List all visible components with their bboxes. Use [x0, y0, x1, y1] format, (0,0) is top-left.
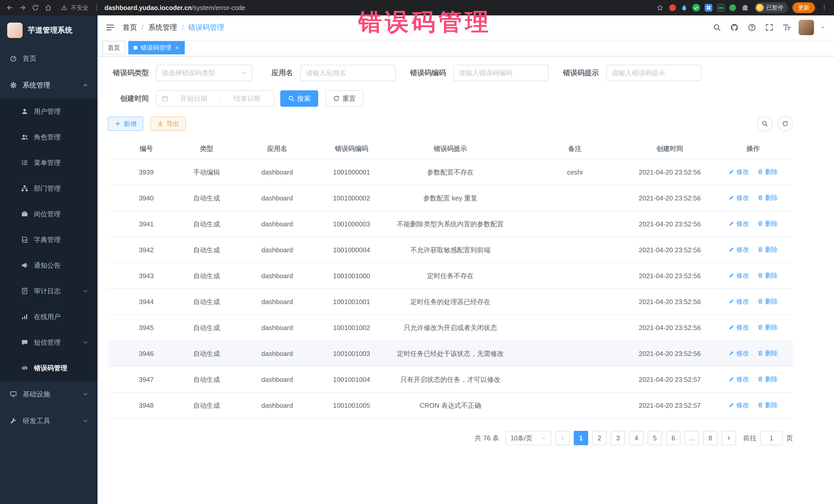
error-msg-input[interactable] — [612, 69, 696, 77]
start-date-placeholder: 开始日期 — [172, 94, 215, 103]
page-size-select[interactable]: 10条/页 — [505, 431, 551, 445]
edit-link[interactable]: 修改 — [728, 297, 749, 306]
edit-link[interactable]: 修改 — [728, 219, 749, 228]
logo[interactable]: 芋道管理系统 — [0, 15, 97, 45]
fullscreen-icon[interactable] — [764, 22, 775, 33]
sidebar-item-0[interactable]: 首页 — [0, 45, 97, 72]
cell-remark: ceshi — [524, 159, 626, 185]
page-button-5[interactable]: 5 — [648, 431, 662, 445]
extension-icon-red[interactable] — [669, 4, 676, 11]
sidebar-item-6[interactable]: 岗位管理 — [0, 201, 97, 227]
page-button-4[interactable]: 4 — [629, 431, 643, 445]
delete-link[interactable]: 删除 — [757, 193, 778, 202]
profile-paused-chip[interactable]: 已暂停 — [754, 2, 788, 13]
delete-link[interactable]: 删除 — [757, 349, 778, 358]
sidebar-item-10[interactable]: 在线用户 — [0, 304, 97, 329]
tabbar: 首页 错误码管理 — [97, 40, 834, 57]
app-name-input[interactable] — [306, 69, 390, 77]
cell-actions: 修改删除 — [714, 263, 793, 289]
edit-link[interactable]: 修改 — [728, 349, 749, 358]
main-area: 首页 / 系统管理 / 错误码管理 — [97, 15, 834, 504]
delete-link[interactable]: 删除 — [757, 219, 778, 228]
page-button-1[interactable]: 1 — [574, 431, 588, 445]
table-row: 3944自动生成dashboard1001001001定时任务的处理器已经存在2… — [108, 289, 793, 314]
extension-icon-check[interactable] — [692, 4, 700, 12]
delete-link[interactable]: 删除 — [757, 323, 778, 332]
delete-link[interactable]: 删除 — [757, 167, 778, 176]
sidebar-item-1[interactable]: 系统管理 — [0, 72, 97, 98]
back-icon[interactable] — [5, 3, 14, 12]
sidebar-item-4[interactable]: 菜单管理 — [0, 150, 97, 176]
extension-icon-green[interactable] — [729, 4, 736, 11]
breadcrumb-home[interactable]: 首页 — [123, 23, 137, 32]
caret-down-icon[interactable] — [820, 25, 826, 30]
edit-link[interactable]: 修改 — [728, 271, 749, 280]
bookmark-star-icon[interactable] — [655, 3, 665, 12]
reload-icon[interactable] — [31, 3, 40, 12]
security-label[interactable]: 不安全 — [60, 3, 89, 12]
edit-link[interactable]: 修改 — [728, 374, 749, 384]
delete-link[interactable]: 删除 — [757, 271, 778, 280]
page-ellipsis[interactable]: … — [685, 431, 699, 445]
col-msg: 错误码提示 — [377, 138, 524, 159]
edit-link[interactable]: 修改 — [728, 323, 749, 332]
sidebar-item-13[interactable]: 基础设施 — [0, 381, 97, 408]
next-page-button[interactable] — [722, 431, 736, 445]
extension-icon-drop[interactable] — [681, 4, 688, 11]
goto-page: 前往 页 — [743, 431, 793, 445]
page-button-8[interactable]: 8 — [703, 431, 718, 445]
page-button-3[interactable]: 3 — [611, 431, 625, 445]
delete-link[interactable]: 删除 — [757, 400, 778, 410]
home-icon[interactable] — [44, 3, 53, 12]
delete-link[interactable]: 删除 — [757, 297, 778, 306]
toggle-search-button[interactable] — [757, 116, 772, 131]
edit-link[interactable]: 修改 — [728, 245, 749, 254]
sidebar-item-14[interactable]: 研发工具 — [0, 408, 97, 434]
breadcrumb-system[interactable]: 系统管理 — [148, 23, 177, 32]
sidebar-item-5[interactable]: 部门管理 — [0, 176, 97, 201]
sidebar-item-8[interactable]: 通知公告 — [0, 253, 97, 278]
forward-icon[interactable] — [18, 3, 27, 12]
sidebar-item-12[interactable]: 错误码管理 — [0, 355, 97, 381]
tab-home[interactable]: 首页 — [103, 41, 125, 54]
help-icon[interactable] — [746, 22, 758, 33]
create-time-range[interactable]: 开始日期 - 结束日期 — [156, 90, 274, 107]
github-icon[interactable] — [729, 22, 740, 33]
sidebar-item-7[interactable]: 字典管理 — [0, 227, 97, 253]
filter-row-2: 创建时间 开始日期 - 结束日期 搜索 重置 — [108, 90, 793, 107]
browser-menu-icon[interactable] — [820, 3, 829, 12]
prev-page-button[interactable] — [555, 431, 570, 445]
url-bar[interactable]: dashboard.yudao.iocoder.cn/system/error-… — [105, 4, 245, 12]
error-type-select[interactable]: 请选择错误码类型 — [156, 65, 252, 81]
extension-icon-grid[interactable] — [705, 4, 712, 12]
close-icon[interactable] — [175, 45, 180, 50]
goto-page-input[interactable] — [760, 431, 783, 445]
sidebar-item-11[interactable]: 短信管理 — [0, 329, 97, 355]
extensions-puzzle-icon[interactable] — [741, 3, 750, 12]
reset-button[interactable]: 重置 — [325, 90, 364, 107]
edit-link[interactable]: 修改 — [728, 400, 749, 410]
font-size-icon[interactable] — [781, 22, 792, 33]
cell-msg: 参数配置 key 重复 — [377, 185, 524, 211]
hamburger-icon[interactable] — [106, 23, 114, 32]
trash-icon — [757, 195, 764, 201]
sidebar-item-9[interactable]: 审计日志 — [0, 278, 97, 304]
search-icon[interactable] — [711, 22, 723, 33]
refresh-table-button[interactable] — [777, 116, 793, 131]
error-code-input[interactable] — [459, 69, 543, 77]
delete-link[interactable]: 删除 — [757, 374, 778, 384]
delete-link[interactable]: 删除 — [757, 245, 778, 254]
sidebar-item-2[interactable]: 用户管理 — [0, 98, 97, 124]
search-button[interactable]: 搜索 — [280, 90, 318, 107]
user-avatar[interactable] — [798, 20, 814, 35]
browser-update-button[interactable]: 更新 — [792, 2, 815, 13]
edit-link[interactable]: 修改 — [728, 167, 749, 176]
add-button[interactable]: 新增 — [108, 116, 143, 131]
export-button[interactable]: 导出 — [150, 116, 186, 131]
page-button-6[interactable]: 6 — [666, 431, 681, 445]
extension-icon-on[interactable]: on — [717, 4, 725, 12]
tab-error-code[interactable]: 错误码管理 — [128, 41, 185, 54]
edit-link[interactable]: 修改 — [728, 193, 749, 202]
sidebar-item-3[interactable]: 角色管理 — [0, 124, 97, 150]
page-button-2[interactable]: 2 — [592, 431, 607, 445]
